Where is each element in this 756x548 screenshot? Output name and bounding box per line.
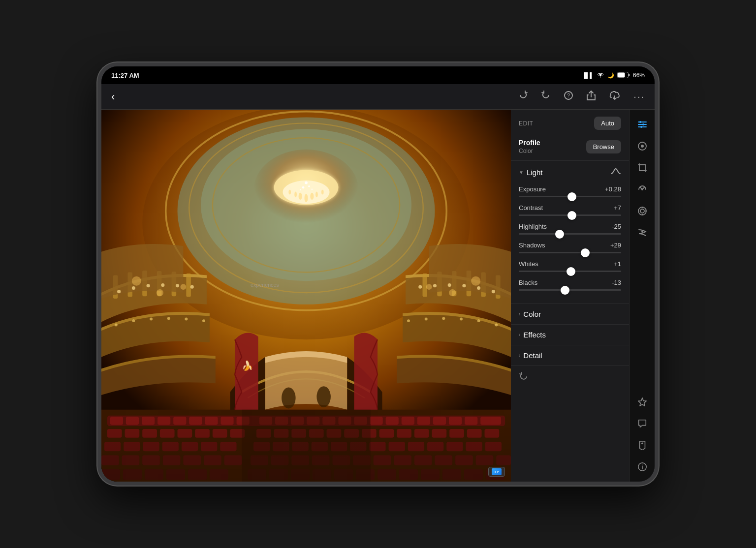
selective-icon-btn[interactable] — [633, 202, 651, 220]
tag-icon-btn[interactable] — [633, 436, 651, 454]
svg-point-165 — [477, 286, 480, 290]
edit-panel: EDIT Auto Profile Color Browse ▼ Light — [511, 110, 629, 482]
blacks-track[interactable] — [519, 289, 621, 291]
contrast-track[interactable] — [519, 214, 621, 216]
svg-point-155 — [471, 276, 480, 286]
svg-point-190 — [641, 145, 644, 148]
profile-subtitle: Color — [519, 148, 540, 154]
svg-point-23 — [302, 186, 305, 189]
svg-point-154 — [180, 284, 186, 290]
share-icon[interactable] — [584, 88, 598, 105]
svg-point-21 — [288, 190, 291, 195]
theater-image-wrapper: 🍌 experiences — [101, 110, 511, 482]
lr-badge: Lr — [488, 467, 505, 477]
browse-button[interactable]: Browse — [586, 140, 621, 153]
svg-text:🍌: 🍌 — [242, 360, 253, 371]
svg-point-199 — [641, 443, 643, 445]
exposure-thumb[interactable] — [567, 192, 576, 201]
svg-point-180 — [425, 318, 428, 321]
svg-point-193 — [640, 209, 644, 213]
blacks-label: Blacks — [519, 279, 537, 286]
toolbar-left: ‹ — [109, 89, 117, 105]
panel-footer — [511, 366, 629, 390]
auto-button[interactable]: Auto — [594, 117, 621, 130]
profile-section: Profile Color Browse — [511, 135, 629, 161]
svg-point-173 — [167, 317, 170, 320]
color-section-header[interactable]: › Color — [511, 304, 629, 324]
edit-label: EDIT — [519, 120, 533, 127]
exposure-track[interactable] — [519, 196, 621, 197]
detail-section-header[interactable]: › Detail — [511, 345, 629, 365]
effects-section-title: Effects — [523, 331, 621, 339]
svg-point-0 — [600, 77, 601, 78]
sliders-container: Exposure +0.28 Contrast +7 — [511, 183, 629, 304]
color-section-title: Color — [523, 310, 621, 318]
highlights-thumb[interactable] — [555, 230, 564, 239]
svg-point-158 — [117, 290, 121, 293]
blacks-value: -13 — [603, 279, 621, 286]
svg-text:?: ? — [567, 92, 570, 98]
undo-icon[interactable] — [539, 89, 553, 105]
battery-pct: 66% — [633, 72, 645, 79]
shadows-thumb[interactable] — [581, 248, 590, 257]
shadows-slider-row: Shadows +29 — [519, 242, 621, 253]
panel-undo-icon[interactable] — [519, 372, 530, 384]
svg-point-188 — [640, 126, 642, 128]
detail-section-title: Detail — [523, 351, 621, 360]
help-icon[interactable]: ? — [562, 89, 575, 105]
svg-point-24 — [308, 185, 310, 187]
contrast-slider-row: Contrast +7 — [519, 204, 621, 216]
info-icon-btn[interactable] — [633, 458, 651, 476]
contrast-value: +7 — [603, 204, 621, 212]
curve-icon[interactable] — [610, 167, 621, 178]
shadows-track[interactable] — [519, 252, 621, 253]
gradient-icon-btn[interactable] — [633, 224, 651, 242]
exposure-value: +0.28 — [603, 185, 621, 193]
svg-point-160 — [147, 284, 150, 287]
svg-point-27 — [305, 182, 308, 184]
svg-point-18 — [310, 193, 314, 200]
blacks-thumb[interactable] — [561, 286, 569, 295]
shadows-label: Shadows — [519, 242, 545, 249]
svg-point-162 — [176, 284, 179, 287]
masking-icon-btn[interactable] — [633, 137, 651, 155]
svg-point-187 — [642, 123, 644, 125]
light-section-title: Light — [527, 168, 610, 177]
wifi-icon — [597, 72, 604, 79]
detail-chevron-icon: › — [519, 353, 520, 358]
svg-point-186 — [639, 121, 641, 123]
contrast-thumb[interactable] — [567, 211, 576, 220]
detail-section: › Detail — [511, 345, 629, 366]
svg-rect-33 — [186, 274, 191, 297]
svg-point-164 — [492, 290, 495, 293]
svg-point-161 — [161, 283, 164, 287]
svg-point-170 — [115, 323, 118, 326]
effects-section-header[interactable]: › Effects — [511, 325, 629, 345]
comment-icon-btn[interactable] — [633, 415, 651, 432]
svg-point-202 — [642, 464, 643, 465]
light-section: ▼ Light Exposure +0.28 — [511, 161, 629, 304]
svg-point-174 — [185, 318, 188, 321]
more-icon[interactable]: ··· — [631, 89, 647, 104]
star-icon-btn[interactable] — [633, 393, 651, 411]
whites-track[interactable] — [519, 271, 621, 272]
cloud-add-icon[interactable] — [607, 89, 623, 105]
battery-icon — [617, 72, 630, 79]
ipad-device: 11:27 AM ▐▌▌ 🌙 66% — [97, 62, 659, 486]
back-button[interactable]: ‹ — [109, 89, 117, 105]
heal-icon-btn[interactable] — [633, 181, 651, 198]
svg-point-25 — [300, 189, 301, 190]
svg-point-22 — [321, 190, 324, 195]
svg-point-175 — [202, 319, 205, 322]
highlights-track[interactable] — [519, 233, 621, 235]
whites-thumb[interactable] — [567, 267, 575, 276]
contrast-label: Contrast — [519, 204, 543, 212]
redo-icon[interactable] — [516, 89, 530, 105]
exposure-slider-row: Exposure +0.28 — [519, 185, 621, 197]
crop-icon-btn[interactable] — [633, 159, 651, 177]
svg-point-179 — [442, 317, 445, 320]
status-icons: ▐▌▌ 🌙 66% — [582, 72, 645, 79]
light-section-header[interactable]: ▼ Light — [511, 161, 629, 183]
svg-point-192 — [638, 207, 646, 215]
presets-icon-btn[interactable] — [633, 116, 651, 133]
